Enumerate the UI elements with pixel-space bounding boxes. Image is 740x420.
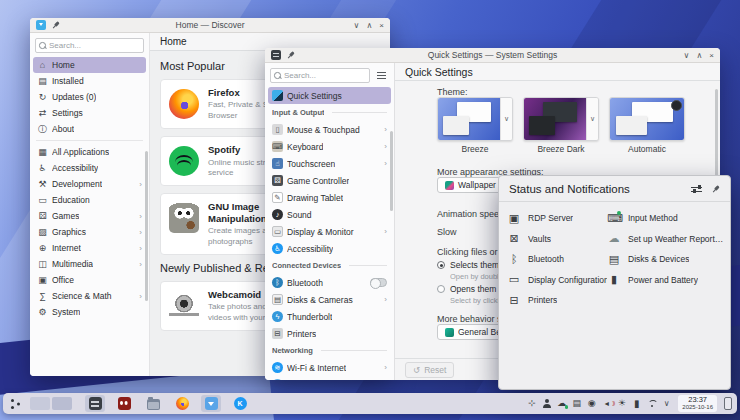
minimize-button[interactable]: ∨ [684,48,690,63]
discover-titlebar[interactable]: Home — Discover ∨ ∧ × [30,18,390,33]
content-scrollbar[interactable] [715,89,718,177]
theme-dropdown-button[interactable] [586,98,598,140]
settings-nav-item[interactable]: Mouse & Touchpad [265,121,394,138]
close-button[interactable]: × [379,18,384,33]
settings-nav-item[interactable]: Sound [265,206,394,223]
sidebar-scrollbar[interactable] [145,151,148,301]
reset-button[interactable]: ↺ Reset [405,362,454,378]
category-item[interactable]: Internet [30,240,149,256]
settings-nav-item[interactable]: Disks & Cameras [265,291,394,308]
settings-nav-item[interactable]: Game Controller [265,172,394,189]
tray-status-item[interactable]: Set up Weather Report… [607,229,727,250]
settings-nav-item[interactable]: Quick Settings [268,87,391,104]
theme-preview[interactable] [609,97,685,141]
pin-icon[interactable] [284,49,297,62]
kdeconnect-icon[interactable] [526,398,537,409]
settings-nav-item[interactable]: Touchscreen [265,155,394,172]
show-desktop-button[interactable] [724,397,732,410]
theme-option: Breeze Dark [523,97,599,154]
sidebar-item[interactable]: Installed [30,73,149,89]
wallpaper-button[interactable]: Wallpaper [437,177,504,193]
sidebar-item[interactable]: Updates (0) [30,89,149,105]
sidebar-item[interactable]: About [30,121,149,137]
tray-status-item[interactable]: Input Method [607,208,727,229]
settings-nav-item[interactable]: Printers [265,325,394,342]
search-field[interactable] [270,68,370,83]
maximize-button[interactable]: ∧ [366,18,372,33]
cloud-sync-icon[interactable] [556,398,567,409]
radio-opens-them[interactable]: Opens them [437,284,496,294]
radio-selects-them[interactable]: Selects them [437,260,499,270]
settings-nav-item[interactable]: Online Accounts [265,376,394,380]
search-input[interactable] [49,41,140,50]
brightness-icon[interactable] [616,398,627,409]
settings-nav-item[interactable]: Input & Output [265,104,394,121]
category-item[interactable]: Graphics [30,224,149,240]
screen-record-icon[interactable] [586,398,597,409]
theme-dropdown-button[interactable] [500,98,512,140]
sidebar-item[interactable]: Home [33,57,146,73]
close-button[interactable]: × [709,48,714,63]
category-item[interactable]: Accessibility [30,160,149,176]
tray-status-item[interactable]: Disks & Devices [607,249,727,270]
task-button[interactable] [230,395,250,412]
minimize-button[interactable]: ∨ [354,18,360,33]
digital-clock[interactable]: 23:37 2025-10-16 [678,395,717,412]
category-item[interactable]: Education [30,192,149,208]
category-item[interactable]: Science & Math [30,288,149,304]
sidebar-item[interactable]: Settings [30,105,149,121]
category-item[interactable]: System [30,304,149,320]
category-item[interactable]: Games [30,208,149,224]
tray-status-item[interactable]: Bluetooth [507,249,607,270]
category-item[interactable]: All Applications [30,144,149,160]
category-item[interactable]: Multimedia [30,256,149,272]
settings-titlebar[interactable]: Quick Settings — System Settings ∨ ∧ × [265,48,720,63]
configure-icon[interactable] [691,185,702,194]
search-field[interactable] [35,38,144,53]
task-button[interactable] [172,395,192,412]
tray-status-item[interactable]: Display Configuration [507,270,607,291]
menu-button[interactable] [374,68,389,83]
task-button[interactable] [85,395,105,412]
settings-nav-item[interactable]: Accessibility [265,240,394,257]
application-launcher-icon[interactable] [8,396,23,411]
desktop-2[interactable] [52,397,72,410]
pin-icon[interactable] [709,183,722,196]
theme-preview[interactable] [437,97,513,141]
settings-nav-label: Printers [287,329,316,339]
settings-nav-item[interactable]: Keyboard [265,138,394,155]
settings-nav-item[interactable]: Wi-Fi & Internet [265,359,394,376]
settings-nav-label: Sound [287,210,312,220]
task-button[interactable] [201,395,221,412]
settings-nav-item[interactable]: Display & Monitor [265,223,394,240]
tray-status-item[interactable]: Vaults [507,229,607,250]
tray-expand-icon[interactable] [661,398,672,409]
search-input[interactable] [284,71,366,80]
tray-status-item[interactable]: RDP Server [507,208,607,229]
volume-icon[interactable] [601,398,612,409]
desktop-1[interactable] [30,397,50,410]
maximize-button[interactable]: ∧ [696,48,702,63]
pin-icon[interactable] [49,19,62,32]
battery-icon[interactable] [631,398,642,409]
radio-icon[interactable] [437,285,445,293]
task-button[interactable] [143,395,163,412]
radio-icon[interactable] [437,261,445,269]
sidebar-scrollbar[interactable] [390,131,393,211]
user-icon[interactable] [541,398,552,409]
settings-nav-item[interactable]: Networking [265,342,394,359]
tray-status-item[interactable]: Printers [507,290,607,311]
bluetooth-toggle[interactable] [370,278,387,287]
development-icon [37,180,48,189]
clipboard-icon[interactable] [571,398,582,409]
settings-nav-item[interactable]: Bluetooth [265,274,394,291]
task-button[interactable] [114,395,134,412]
settings-nav-item[interactable]: Drawing Tablet [265,189,394,206]
category-item[interactable]: Development [30,176,149,192]
category-item[interactable]: Office [30,272,149,288]
wifi-icon[interactable] [646,398,657,409]
settings-nav-item[interactable]: Thunderbolt [265,308,394,325]
theme-preview[interactable] [523,97,599,141]
tray-status-item[interactable]: Power and Battery [607,270,727,291]
settings-nav-item[interactable]: Connected Devices [265,257,394,274]
